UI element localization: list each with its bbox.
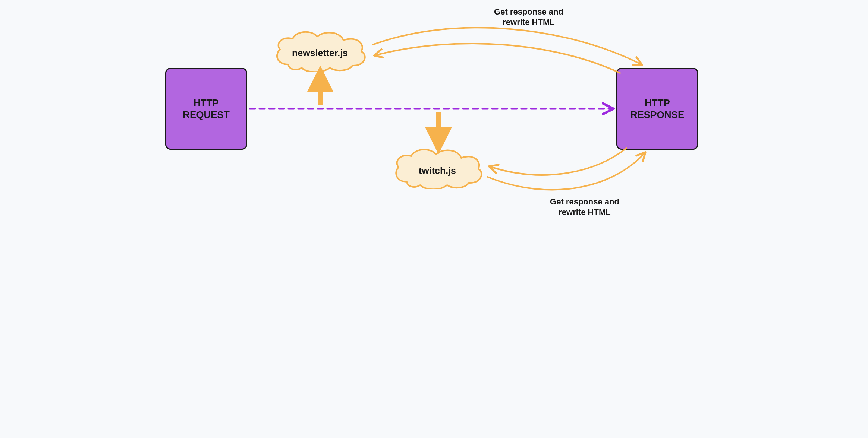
twitch-label: twitch.js — [419, 160, 456, 176]
annotation-bottom: Get response and rewrite HTML — [529, 197, 641, 217]
newsletter-label: newsletter.js — [292, 42, 348, 58]
top-curve-to-newsletter — [376, 44, 620, 73]
diagram-canvas: HTTP REQUEST HTTP RESPONSE newsletter.js… — [145, 0, 723, 292]
bottom-curve-to-response — [488, 153, 644, 190]
bottom-curve-to-twitch — [491, 148, 626, 175]
newsletter-cloud: newsletter.js — [270, 29, 370, 72]
http-response-box: HTTP RESPONSE — [616, 68, 698, 150]
twitch-cloud: twitch.js — [389, 147, 486, 189]
annotation-top: Get response and rewrite HTML — [473, 7, 585, 27]
http-response-label: HTTP RESPONSE — [630, 97, 685, 121]
http-request-box: HTTP REQUEST — [165, 68, 247, 150]
http-request-label: HTTP REQUEST — [183, 97, 230, 121]
top-curve-to-response — [373, 28, 641, 64]
